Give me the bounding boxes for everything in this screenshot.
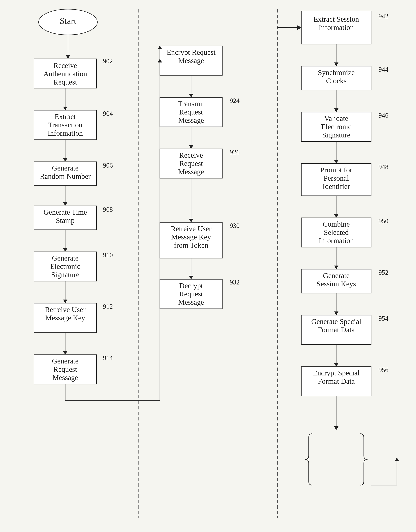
node-906-line2: Random Number xyxy=(40,172,91,180)
node-948-line3: Identifier xyxy=(323,182,350,190)
label-912: 912 xyxy=(103,303,113,310)
label-948: 948 xyxy=(378,163,388,171)
label-946: 946 xyxy=(378,112,388,119)
node-904-line1: Extract xyxy=(55,113,76,121)
node-912-line1: Retreive User xyxy=(45,305,85,314)
node-932-line1: Decrypt xyxy=(179,282,203,290)
node-924-line2: Request xyxy=(179,108,203,116)
flowchart-svg: Start 902 Receive Authentication Request… xyxy=(0,0,416,532)
node-904-line2: Transaction xyxy=(48,121,82,129)
node-924-line1: Transmit xyxy=(178,100,204,108)
node-902-line3: Request xyxy=(54,78,77,86)
label-944: 944 xyxy=(378,66,388,73)
node-956-line1: Encrypt Special xyxy=(313,369,359,377)
node-932-line2: Request xyxy=(179,290,203,298)
node-914-line1: Generate xyxy=(52,357,78,365)
node-942-line1: Extract Session xyxy=(313,15,359,23)
node-902-line1: Receive xyxy=(54,61,77,70)
node-906-line1: Generate xyxy=(52,164,78,172)
node-942-line2: Information xyxy=(319,23,354,32)
node-932-line3: Message xyxy=(178,298,204,306)
node-930-line3: from Token xyxy=(174,241,208,249)
node-902-line2: Authentication xyxy=(43,70,87,78)
node-926-line2: Request xyxy=(179,159,203,168)
label-906: 906 xyxy=(103,162,113,169)
node-926-line1: Receive xyxy=(179,151,203,159)
label-956: 956 xyxy=(378,366,388,374)
node-910-line2: Electronic xyxy=(50,262,80,270)
label-904: 904 xyxy=(103,110,113,117)
node-944-line2: Clocks xyxy=(326,77,346,85)
label-924: 924 xyxy=(230,97,240,104)
node-944-line1: Synchronize xyxy=(318,68,355,77)
node-914-line2: Request xyxy=(54,365,77,373)
node-924-line3: Message xyxy=(178,116,204,124)
node-914-line3: Message xyxy=(52,373,78,382)
start-label: Start xyxy=(60,16,76,26)
node-912-line2: Message Key xyxy=(45,314,85,322)
node-910-line3: Signature xyxy=(51,270,79,279)
node-954-line1: Generate Special xyxy=(311,317,361,326)
label-932: 932 xyxy=(230,279,240,286)
node-922-line1: Encrypt Request xyxy=(167,48,216,57)
label-910: 910 xyxy=(103,251,113,259)
node-908-line1: Generate Time xyxy=(44,208,87,216)
label-942: 942 xyxy=(378,12,388,20)
node-954-line2: Format Data xyxy=(318,326,355,334)
node-904-line3: Information xyxy=(47,129,83,137)
node-910-line1: Generate xyxy=(52,254,78,262)
node-950-line1: Combine xyxy=(323,220,350,228)
node-930-line1: Retreive User xyxy=(171,225,211,233)
node-946-line1: Validate xyxy=(324,114,348,123)
label-952: 952 xyxy=(378,269,388,276)
node-952-line1: Generate xyxy=(323,271,350,280)
node-956-line2: Format Data xyxy=(318,377,355,385)
node-948-line1: Prompt for xyxy=(320,166,352,174)
label-902: 902 xyxy=(103,57,113,65)
label-914: 914 xyxy=(103,354,113,362)
label-930: 930 xyxy=(230,222,240,229)
node-946-line3: Signature xyxy=(322,131,350,139)
label-926: 926 xyxy=(230,149,240,156)
node-930-line2: Message Key xyxy=(171,233,211,241)
node-952-line2: Session Keys xyxy=(317,280,356,288)
node-948-line2: Personal xyxy=(324,174,349,182)
node-908-line2: Stamp xyxy=(56,216,75,225)
node-946-line2: Electronic xyxy=(321,123,351,131)
label-954: 954 xyxy=(378,315,388,322)
node-922-line2: Message xyxy=(178,57,204,65)
node-926-line3: Message xyxy=(178,168,204,176)
label-950: 950 xyxy=(378,217,388,225)
diagram-container: Start 902 Receive Authentication Request… xyxy=(0,0,416,532)
label-908: 908 xyxy=(103,206,113,213)
node-950-line2: Selected xyxy=(324,228,349,237)
node-950-line3: Information xyxy=(319,237,354,245)
